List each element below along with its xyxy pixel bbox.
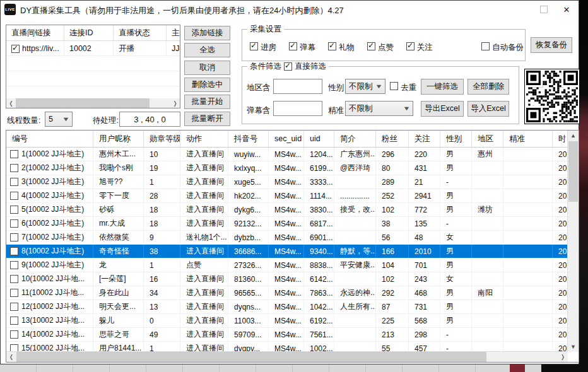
row-checkbox[interactable] [10, 330, 18, 339]
row-checkbox[interactable] [10, 219, 18, 228]
export-excel-button[interactable]: 导出Excel [421, 101, 464, 117]
scroll-down-icon[interactable]: ▼ [568, 342, 579, 352]
scroll-thumb[interactable] [16, 98, 150, 108]
table-row[interactable]: 1(10002 JJ斗地主)惠州木工...10进入直播间wuyiw...MS4w… [6, 148, 568, 161]
user-col-header[interactable]: 性别 [440, 131, 472, 147]
row-checkbox[interactable] [10, 289, 18, 297]
scroll-left-icon[interactable]: ❬ [6, 98, 16, 108]
cell-intro: 人生所有... [334, 300, 376, 313]
cell-follow: 701 [409, 259, 440, 272]
cell-sec: MS4w... [269, 328, 304, 341]
user-col-header[interactable]: 用户昵称 [93, 131, 144, 147]
user-col-header[interactable]: 抖音号 [228, 131, 269, 147]
user-col-header[interactable]: 地区 [472, 131, 503, 147]
cell-precise [503, 272, 553, 286]
scroll-right-icon[interactable]: ❭ [170, 98, 180, 108]
precise-select[interactable]: 不限制 ▼ [345, 101, 413, 116]
maximize-button[interactable] [532, 1, 555, 18]
table-row[interactable]: 13(10002 JJ斗地...躲儿0进入直播间11003...MS4w...6… [6, 314, 568, 328]
link-row-checkbox[interactable] [11, 45, 20, 53]
batch-start-button[interactable]: 批量开始 [184, 95, 230, 109]
add-link-button[interactable]: 添加链接 [184, 26, 230, 40]
danmu-checkbox[interactable] [289, 42, 297, 50]
table-row[interactable]: 11(10002 JJ斗地...身在此山34进入直播间96565...MS4w.… [6, 286, 568, 300]
table-row[interactable]: 14(10002 JJ斗地...思菲之哥49进入直播间59709...MS4w.… [6, 328, 568, 342]
row-checkbox[interactable] [10, 233, 18, 241]
row-checkbox[interactable] [10, 247, 18, 255]
table-row[interactable]: 5(10002 JJ斗地主)砂砾18进入直播间dykg6...MS4w...38… [6, 203, 568, 217]
user-col-header[interactable]: 编号 [6, 131, 93, 147]
user-col-header[interactable]: uid [304, 131, 334, 147]
row-checkbox[interactable] [10, 150, 18, 158]
scroll-left-icon[interactable]: ❬ [6, 352, 16, 362]
auto-backup-checkbox[interactable] [481, 42, 490, 50]
link-row[interactable]: https://liv...10002开播JJ斗 [6, 41, 180, 56]
user-table-vscrollbar[interactable]: ▲ ▼ [567, 131, 579, 352]
table-row[interactable]: 10(10002 JJ斗地...[一朵莲]16进入直播间81360...MS4w… [6, 272, 568, 286]
table-row[interactable]: 8(10002 JJ斗地主)奇奇怪怪38进入直播间36686...MS4w...… [6, 245, 568, 259]
user-col-header[interactable]: sec_uid [269, 131, 304, 147]
table-row[interactable]: 9(10002 JJ斗地主)龙1点赞27326...MS4w...8838...… [6, 259, 568, 272]
row-checkbox[interactable] [10, 303, 18, 311]
cell-intro: 静默，等... [334, 245, 376, 258]
user-col-header[interactable]: 动作 [180, 131, 228, 147]
one-key-filter-button[interactable]: 一键筛选 [421, 79, 464, 95]
gift-checkbox[interactable] [328, 42, 336, 50]
cancel-button[interactable]: 取消 [184, 61, 230, 75]
cell-region [472, 272, 503, 286]
cell-level: 13 [144, 300, 180, 313]
cell-level: 38 [144, 245, 180, 258]
row-checkbox[interactable] [10, 317, 18, 325]
table-row[interactable]: 7(10002 JJ斗地主)依然微笑9送礼物1个...dybzb...MS4w.… [6, 231, 568, 245]
row-checkbox[interactable] [10, 178, 18, 186]
table-row[interactable]: 6(10002 JJ斗地主)mr.大成18进入直播间92132...MS4w..… [6, 217, 568, 231]
restore-backup-button[interactable]: 恢复备份 [531, 37, 572, 53]
user-col-header[interactable]: 关注 [409, 131, 440, 147]
close-button[interactable]: ✕ [555, 1, 578, 18]
filter-title: 条件筛选 [250, 61, 281, 72]
row-checkbox[interactable] [10, 275, 18, 283]
row-checkbox[interactable] [10, 261, 18, 269]
select-all-button[interactable]: 全选 [184, 43, 230, 57]
user-table-hscrollbar[interactable]: ❬ ❭ [6, 351, 568, 362]
scroll-thumb[interactable] [16, 352, 486, 362]
enter-room-checkbox[interactable] [250, 42, 258, 50]
thread-count-value: 5 [49, 115, 53, 124]
direct-filter-checkbox[interactable] [284, 62, 292, 71]
like-checkbox[interactable] [367, 42, 375, 50]
thread-count-select[interactable]: 5 ▼ [45, 112, 73, 127]
taskbar-red-item [510, 364, 525, 372]
cell-region [472, 314, 503, 327]
table-row[interactable]: 12(10002 JJ斗地...明天会更...13进入直播间dyqns...MS… [6, 300, 568, 314]
row-checkbox[interactable] [10, 192, 18, 200]
import-excel-button[interactable]: 导入Excel [467, 101, 509, 117]
scroll-up-icon[interactable]: ▲ [568, 131, 579, 141]
table-row[interactable]: 3(10002 JJ斗地主)旭哥??1进入直播间xuge5...MS4w...3… [6, 175, 568, 189]
cell-follow: 298 [409, 328, 440, 341]
user-col-header[interactable]: 简介 [334, 131, 376, 147]
cell-no: 8(10002 JJ斗地主) [6, 245, 93, 258]
batch-stop-button[interactable]: 批量断开 [184, 112, 230, 126]
table-row[interactable]: 2(10002 JJ斗地主)我嘞个s刚19进入直播间kxlxyq...MS4w.… [6, 161, 568, 175]
gender-select[interactable]: 不限制 ▼ [345, 79, 385, 94]
row-checkbox[interactable] [10, 164, 18, 172]
cell-level: 10 [144, 148, 180, 161]
follow-checkbox[interactable] [406, 42, 415, 50]
user-col-header[interactable]: 粉丝 [376, 131, 409, 147]
dedup-checkbox[interactable] [390, 82, 398, 90]
table-row[interactable]: 4(10002 JJ斗地主)零下一度28进入直播间hk202...MS4w...… [6, 189, 568, 203]
scroll-right-icon[interactable]: ❭ [558, 352, 568, 362]
danmu-contains-input[interactable] [273, 101, 322, 116]
delete-selected-button[interactable]: 删除选中 [184, 78, 230, 92]
cell-no: 2(10002 JJ斗地主) [6, 161, 93, 175]
delete-all-button[interactable]: 全部删除 [467, 79, 509, 95]
cell-intro: 接受，改... [334, 203, 376, 216]
row-checkbox[interactable] [10, 206, 18, 214]
user-col-header[interactable]: 精准 [503, 131, 553, 147]
user-col-header[interactable]: 勋章等级 [144, 131, 180, 147]
cell-no: 14(10002 JJ斗地... [6, 328, 93, 341]
region-contains-input[interactable] [273, 79, 322, 94]
row-number-text: 14(10002 JJ斗地... [21, 329, 85, 340]
link-table-hscrollbar[interactable]: ❬ ❭ [6, 98, 180, 108]
scroll-thumb[interactable] [568, 141, 578, 202]
